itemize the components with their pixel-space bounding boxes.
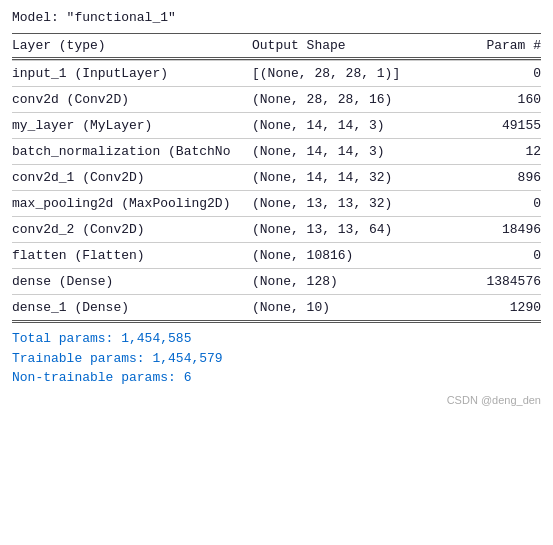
cell-layer: dense_1 (Dense) — [12, 300, 252, 315]
table-row: conv2d_2 (Conv2D)(None, 13, 13, 64)18496 — [12, 217, 541, 242]
cell-layer: conv2d (Conv2D) — [12, 92, 252, 107]
cell-layer: my_layer (MyLayer) — [12, 118, 252, 133]
table-row: dense_1 (Dense)(None, 10)1290 — [12, 295, 541, 320]
cell-param: 12 — [412, 144, 541, 159]
model-title: Model: "functional_1" — [12, 10, 541, 25]
cell-shape: (None, 14, 14, 32) — [252, 170, 412, 185]
table-row: conv2d (Conv2D)(None, 28, 28, 16)160 — [12, 87, 541, 112]
model-table: Layer (type) Output Shape Param # input_… — [12, 33, 541, 323]
col-header-layer: Layer (type) — [12, 38, 252, 53]
total-params: Total params: 1,454,585 — [12, 329, 541, 349]
cell-shape: (None, 28, 28, 16) — [252, 92, 412, 107]
cell-layer: max_pooling2d (MaxPooling2D) — [12, 196, 252, 211]
cell-layer: flatten (Flatten) — [12, 248, 252, 263]
cell-layer: batch_normalization (BatchNo — [12, 144, 252, 159]
cell-shape: (None, 14, 14, 3) — [252, 144, 412, 159]
watermark: CSDN @deng_den — [12, 394, 541, 406]
cell-param: 0 — [412, 196, 541, 211]
cell-shape: (None, 13, 13, 32) — [252, 196, 412, 211]
cell-shape: (None, 10816) — [252, 248, 412, 263]
cell-layer: input_1 (InputLayer) — [12, 66, 252, 81]
col-header-param: Param # — [412, 38, 541, 53]
table-header: Layer (type) Output Shape Param # — [12, 33, 541, 57]
cell-param: 1290 — [412, 300, 541, 315]
cell-layer: conv2d_2 (Conv2D) — [12, 222, 252, 237]
table-row: max_pooling2d (MaxPooling2D)(None, 13, 1… — [12, 191, 541, 216]
cell-layer: dense (Dense) — [12, 274, 252, 289]
table-row: dense (Dense)(None, 128)1384576 — [12, 269, 541, 294]
table-row: my_layer (MyLayer)(None, 14, 14, 3)49155 — [12, 113, 541, 138]
cell-param: 896 — [412, 170, 541, 185]
table-row: flatten (Flatten)(None, 10816)0 — [12, 243, 541, 268]
cell-layer: conv2d_1 (Conv2D) — [12, 170, 252, 185]
cell-param: 49155 — [412, 118, 541, 133]
cell-param: 0 — [412, 248, 541, 263]
cell-shape: (None, 128) — [252, 274, 412, 289]
cell-shape: (None, 14, 14, 3) — [252, 118, 412, 133]
table-row: conv2d_1 (Conv2D)(None, 14, 14, 32)896 — [12, 165, 541, 190]
col-header-shape: Output Shape — [252, 38, 412, 53]
cell-shape: [(None, 28, 28, 1)] — [252, 66, 412, 81]
cell-shape: (None, 13, 13, 64) — [252, 222, 412, 237]
cell-param: 18496 — [412, 222, 541, 237]
table-row: batch_normalization (BatchNo(None, 14, 1… — [12, 139, 541, 164]
cell-param: 160 — [412, 92, 541, 107]
table-row: input_1 (InputLayer)[(None, 28, 28, 1)]0 — [12, 61, 541, 86]
trainable-params: Trainable params: 1,454,579 — [12, 349, 541, 369]
cell-shape: (None, 10) — [252, 300, 412, 315]
summary: Total params: 1,454,585 Trainable params… — [12, 329, 541, 388]
cell-param: 1384576 — [412, 274, 541, 289]
non-trainable-params: Non-trainable params: 6 — [12, 368, 541, 388]
cell-param: 0 — [412, 66, 541, 81]
